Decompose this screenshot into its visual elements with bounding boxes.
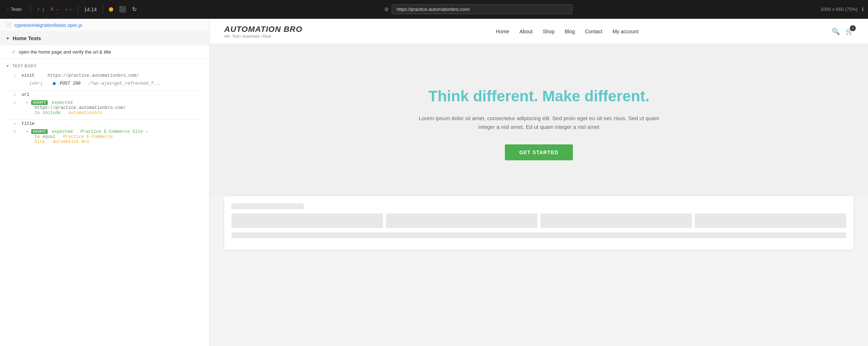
site-navbar: AUTOMATION BRO </> Test / Automate / Res… bbox=[210, 19, 868, 44]
test-content: ▼ Home Tests ✓ open the home page and ve… bbox=[0, 32, 209, 346]
line-num: 4 bbox=[6, 120, 19, 128]
cart-badge: 0 bbox=[850, 25, 856, 31]
code-cell: visit https://practice.automationbro.com… bbox=[19, 72, 204, 80]
line-num-empty bbox=[6, 80, 19, 88]
top-bar-center: ⊕ bbox=[142, 4, 815, 14]
test-body-header: ▼ TEST BODY bbox=[6, 62, 204, 70]
tests-button[interactable]: ‹ Tests bbox=[4, 5, 25, 13]
tests-label: Tests bbox=[11, 7, 22, 12]
assert-url: https://practice.automationbro.com/ bbox=[22, 105, 126, 110]
practice-site-label: Site – Automation Bro bbox=[22, 139, 89, 144]
to-equal-label: to equal bbox=[22, 134, 56, 139]
preview-row bbox=[231, 214, 846, 228]
cart-button[interactable]: 🛒 0 bbox=[846, 28, 854, 35]
nav-link-home[interactable]: Home bbox=[496, 29, 509, 34]
pending-badge: ○ -- bbox=[65, 7, 72, 12]
test-item: ✓ open the home page and verify the url … bbox=[0, 45, 209, 59]
check-icon: ✓ bbox=[37, 7, 41, 12]
table-row: (xhr) POST 200 /?wc-ajax=get_refreshed_f… bbox=[6, 80, 204, 88]
url-input[interactable] bbox=[392, 4, 573, 14]
site-nav-icons: 🔍 🛒 0 bbox=[832, 28, 854, 35]
site-hero: Think different. Make different. Lorem i… bbox=[210, 44, 868, 196]
get-started-button[interactable]: GET STARTED bbox=[505, 144, 573, 160]
progress-dot bbox=[109, 7, 113, 12]
top-bar-left: ‹ Tests ✓ 1 ✗ -- ○ -- 14.14 ⬛ ↻ bbox=[4, 5, 137, 14]
separator-row bbox=[6, 88, 204, 90]
site-preview-card bbox=[224, 196, 854, 250]
hero-subtitle: Lorem ipsum dolor sit amet, consectetur … bbox=[412, 114, 665, 131]
preview-block-2 bbox=[386, 214, 537, 228]
reload-icon[interactable]: ↻ bbox=[132, 6, 137, 13]
assert-badge-2: assert bbox=[31, 129, 48, 134]
main-layout: 📄 cypress/integration/basic.spec.js ▼ Ho… bbox=[0, 19, 868, 346]
line-num: 2 bbox=[6, 90, 19, 99]
nav-link-contact[interactable]: Contact bbox=[585, 29, 602, 34]
fail-badge: ✗ -- bbox=[50, 7, 59, 12]
nav-link-shop[interactable]: Shop bbox=[543, 29, 555, 34]
xhr-cell: (xhr) POST 200 /?wc-ajax=get_refreshed_f… bbox=[19, 80, 204, 88]
visit-url: https://practice.automationbro.com/ bbox=[48, 73, 139, 78]
logo-tagline-text: Test / Automate / Rest bbox=[232, 34, 271, 38]
logo-name-text: AUTOMATION BRO bbox=[224, 25, 302, 34]
fail-count: -- bbox=[56, 7, 59, 12]
code-cell: title bbox=[19, 120, 204, 128]
pending-count: -- bbox=[69, 7, 72, 12]
cmd-visit: visit bbox=[22, 73, 35, 78]
nav-link-my-account[interactable]: My account bbox=[613, 29, 639, 34]
table-row: 1 visit https://practice.automationbro.c… bbox=[6, 72, 204, 80]
target-icon: ⊕ bbox=[384, 6, 389, 13]
cmd-title: title bbox=[22, 121, 35, 126]
divider bbox=[30, 5, 31, 14]
nav-link-about[interactable]: About bbox=[519, 29, 533, 34]
suite-chevron-icon[interactable]: ▼ bbox=[6, 36, 10, 41]
logo-name: AUTOMATION BRO bbox=[224, 25, 302, 34]
test-pass-icon: ✓ bbox=[12, 49, 16, 55]
site-logo: AUTOMATION BRO </> Test / Automate / Res… bbox=[224, 25, 302, 38]
stop-icon[interactable]: ⬛ bbox=[119, 6, 126, 13]
right-panel: AUTOMATION BRO </> Test / Automate / Res… bbox=[210, 19, 868, 346]
file-path: cypress/integration/basic.spec.js bbox=[14, 22, 82, 28]
file-header: 📄 cypress/integration/basic.spec.js bbox=[0, 19, 209, 32]
preview-block-1 bbox=[231, 214, 383, 228]
suite-title: Home Tests bbox=[13, 35, 41, 41]
separator-row bbox=[6, 117, 204, 120]
cross-icon: ✗ bbox=[50, 7, 54, 12]
pass-badge: ✓ 1 bbox=[37, 7, 44, 12]
test-label: open the home page and verify the url & … bbox=[19, 49, 111, 55]
table-row: 2 url bbox=[6, 90, 204, 99]
divider3 bbox=[103, 5, 103, 14]
expected-label: expected bbox=[52, 100, 73, 105]
line-num: 3 bbox=[6, 99, 19, 117]
line-num: 1 bbox=[6, 72, 19, 80]
blue-dot-icon bbox=[53, 82, 56, 85]
file-icon: 📄 bbox=[6, 22, 12, 28]
search-icon[interactable]: 🔍 bbox=[832, 28, 840, 35]
xhr-label: (xhr) bbox=[29, 81, 42, 86]
test-body-chevron-icon[interactable]: ▼ bbox=[6, 64, 9, 68]
code-cell: - assert expected https://practice.autom… bbox=[19, 99, 204, 117]
preview-line-1 bbox=[231, 203, 304, 209]
timer: 14.14 bbox=[84, 7, 97, 12]
code-cell: - assert expected Practice E-Commerce Si… bbox=[19, 128, 204, 146]
practice-label: Practice E-Commerce Site – bbox=[80, 129, 148, 134]
post-label: POST 200 bbox=[60, 81, 81, 86]
table-row: 3 - assert expected https://practice.aut… bbox=[6, 99, 204, 117]
preview-block-3 bbox=[540, 214, 692, 228]
test-body-label: TEST BODY bbox=[12, 64, 37, 68]
browser-content: AUTOMATION BRO </> Test / Automate / Res… bbox=[210, 19, 868, 346]
test-body: ▼ TEST BODY 1 visit https://practice.aut… bbox=[0, 59, 209, 152]
nav-link-blog[interactable]: Blog bbox=[565, 29, 575, 34]
line-num: 5 bbox=[6, 128, 19, 146]
logo-code: </> bbox=[224, 34, 230, 38]
divider2 bbox=[78, 5, 78, 14]
expected-label-2: expected bbox=[52, 129, 73, 134]
cmd-url: url bbox=[22, 92, 30, 97]
preview-line-2 bbox=[231, 232, 846, 238]
pass-count: 1 bbox=[42, 7, 44, 12]
automationbro-word: automationbro bbox=[68, 110, 102, 115]
info-icon[interactable]: ℹ bbox=[862, 7, 864, 12]
post-url: /?wc-ajax=get_refreshed_f... bbox=[88, 81, 161, 86]
code-cell: url bbox=[19, 90, 204, 99]
suite-header: ▼ Home Tests bbox=[0, 32, 209, 45]
to-include-label: to include bbox=[22, 110, 61, 115]
